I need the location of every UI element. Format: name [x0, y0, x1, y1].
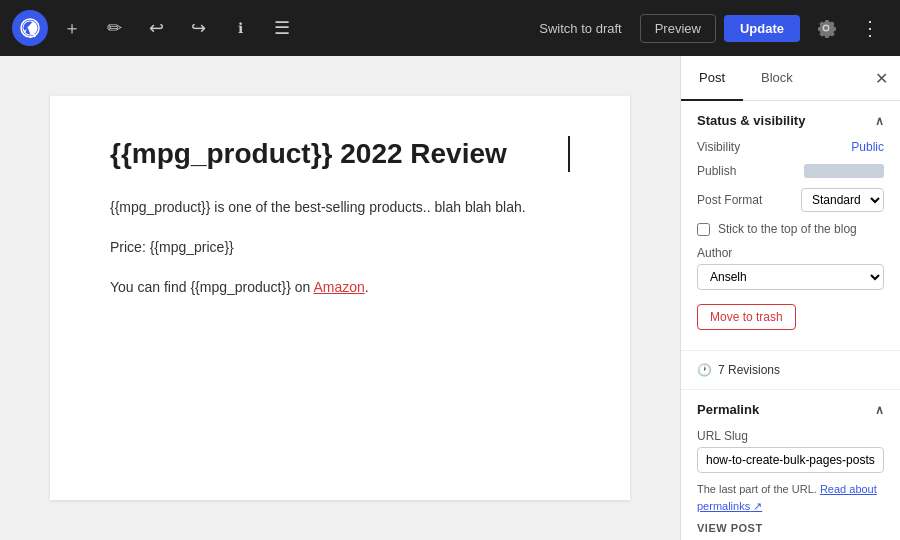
- post-title[interactable]: {{mpg_product}} 2022 Review: [110, 136, 570, 172]
- chevron-up-icon: ∧: [875, 114, 884, 128]
- toolbar-right: Switch to draft Preview Update ⋮: [529, 10, 888, 46]
- main-area: {{mpg_product}} 2022 Review {{mpg_produc…: [0, 56, 900, 540]
- publish-value-blurred[interactable]: [804, 164, 884, 178]
- edit-button[interactable]: ✏: [96, 10, 132, 46]
- editor-content: {{mpg_product}} 2022 Review {{mpg_produc…: [50, 96, 630, 500]
- body-paragraph-3: You can find {{mpg_product}} on Amazon.: [110, 276, 570, 300]
- list-view-button[interactable]: ☰: [264, 10, 300, 46]
- toolbar: ＋ ✏ ↩ ↪ ℹ ☰ Switch to draft Preview Upda…: [0, 0, 900, 56]
- visibility-row: Visibility Public: [697, 140, 884, 154]
- stick-checkbox-row: Stick to the top of the blog: [697, 222, 884, 236]
- post-format-row: Post Format Standard Aside Chat Gallery: [697, 188, 884, 212]
- body-paragraph-1: {{mpg_product}} is one of the best-selli…: [110, 196, 570, 220]
- author-select[interactable]: Anselh: [697, 264, 884, 290]
- update-button[interactable]: Update: [724, 15, 800, 42]
- post-format-select[interactable]: Standard Aside Chat Gallery: [801, 188, 884, 212]
- view-post-label: VIEW POST: [697, 522, 884, 534]
- status-visibility-content: Visibility Public Publish Post Format St…: [681, 140, 900, 350]
- preview-button[interactable]: Preview: [640, 14, 716, 43]
- tab-post[interactable]: Post: [681, 56, 743, 101]
- permalink-content: URL Slug The last part of the URL. Read …: [681, 429, 900, 540]
- status-visibility-header[interactable]: Status & visibility ∧: [681, 101, 900, 140]
- url-slug-input[interactable]: [697, 447, 884, 473]
- close-sidebar-button[interactable]: ✕: [863, 61, 900, 96]
- undo-button[interactable]: ↩: [138, 10, 174, 46]
- permalink-header[interactable]: Permalink ∧: [681, 390, 900, 429]
- post-body: {{mpg_product}} is one of the best-selli…: [110, 196, 570, 299]
- permalink-section: Permalink ∧ URL Slug The last part of th…: [681, 390, 900, 540]
- settings-button[interactable]: [808, 10, 844, 46]
- chevron-up-icon-permalink: ∧: [875, 403, 884, 417]
- body-paragraph-2: Price: {{mpg_price}}: [110, 236, 570, 260]
- more-options-button[interactable]: ⋮: [852, 10, 888, 46]
- redo-button[interactable]: ↪: [180, 10, 216, 46]
- tab-block[interactable]: Block: [743, 56, 811, 101]
- status-visibility-section: Status & visibility ∧ Visibility Public …: [681, 101, 900, 351]
- editor-area: {{mpg_product}} 2022 Review {{mpg_produc…: [0, 56, 680, 540]
- revisions-row[interactable]: 🕐 7 Revisions: [681, 351, 900, 390]
- publish-row: Publish: [697, 164, 884, 178]
- toolbar-left: ＋ ✏ ↩ ↪ ℹ ☰: [12, 10, 300, 46]
- stick-checkbox[interactable]: [697, 223, 710, 236]
- revisions-label: 7 Revisions: [718, 363, 780, 377]
- wordpress-logo: [12, 10, 48, 46]
- switch-to-draft-button[interactable]: Switch to draft: [529, 15, 631, 42]
- info-button[interactable]: ℹ: [222, 10, 258, 46]
- amazon-link[interactable]: Amazon: [313, 279, 364, 295]
- sidebar: Post Block ✕ Status & visibility ∧ Visib…: [680, 56, 900, 540]
- add-block-button[interactable]: ＋: [54, 10, 90, 46]
- author-row: Author Anselh: [697, 246, 884, 300]
- move-to-trash-button[interactable]: Move to trash: [697, 304, 796, 330]
- permalink-description: The last part of the URL. Read about per…: [697, 481, 884, 514]
- revisions-icon: 🕐: [697, 363, 712, 377]
- sidebar-tabs: Post Block ✕: [681, 56, 900, 101]
